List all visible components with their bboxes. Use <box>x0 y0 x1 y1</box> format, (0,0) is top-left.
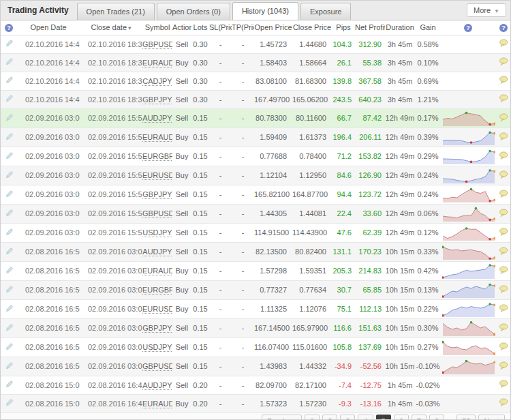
pagination-page-1[interactable]: 1 <box>305 415 320 420</box>
edit-pencil-icon[interactable] <box>5 304 14 314</box>
symbol-link[interactable]: GBPJPY <box>142 190 172 198</box>
pagination-page-2[interactable]: 2 <box>322 415 337 420</box>
note-icon[interactable] <box>499 39 508 49</box>
header-duration[interactable]: Duration <box>385 20 415 35</box>
help-icon[interactable]: ? <box>464 24 472 32</box>
sparkline-cell[interactable] <box>441 147 495 166</box>
help-icon[interactable]: ? <box>5 24 13 32</box>
sparkline-cell[interactable] <box>441 53 495 72</box>
edit-pencil-icon[interactable] <box>5 285 14 295</box>
symbol-link[interactable]: GBPJPY <box>142 95 172 104</box>
note-icon[interactable] <box>499 398 508 408</box>
tab-exposure[interactable]: Exposure <box>300 3 351 20</box>
note-icon[interactable] <box>499 266 508 276</box>
symbol-link[interactable]: EURAUD <box>142 400 172 408</box>
symbol-link[interactable]: EURUSD <box>142 305 172 313</box>
note-icon[interactable] <box>499 285 508 295</box>
help-icon[interactable]: ? <box>499 24 508 32</box>
header-chart-help[interactable]: ? <box>441 20 495 35</box>
note-icon[interactable] <box>499 57 508 68</box>
symbol-link[interactable]: EURGBP <box>142 286 172 294</box>
sparkline-cell[interactable] <box>441 318 495 338</box>
header-open-price[interactable]: Open Price <box>254 20 292 35</box>
sparkline-cell[interactable] <box>441 90 495 108</box>
header-net-profit[interactable]: Net Profit <box>355 20 385 35</box>
note-icon[interactable] <box>499 380 508 390</box>
more-button[interactable]: More▼ <box>467 3 506 17</box>
edit-pencil-icon[interactable] <box>5 380 14 390</box>
symbol-link[interactable]: EURAUD <box>142 59 172 67</box>
header-note-help[interactable]: ? <box>495 20 511 35</box>
note-icon[interactable] <box>499 132 508 142</box>
edit-pencil-icon[interactable] <box>5 228 14 238</box>
note-icon[interactable] <box>499 209 508 219</box>
note-icon[interactable] <box>499 151 508 162</box>
sparkline-cell[interactable] <box>441 108 495 127</box>
symbol-link[interactable]: AUDJPY <box>142 247 172 256</box>
edit-pencil-icon[interactable] <box>5 398 14 408</box>
edit-pencil-icon[interactable] <box>5 266 14 276</box>
sparkline-cell[interactable] <box>441 166 495 185</box>
sparkline-cell[interactable] <box>441 261 495 280</box>
sparkline-cell[interactable] <box>441 299 495 318</box>
edit-pencil-icon[interactable] <box>5 170 14 181</box>
symbol-link[interactable]: EURAUD <box>142 133 172 141</box>
note-icon[interactable] <box>499 76 508 86</box>
tab-history[interactable]: History (1043) <box>232 2 298 20</box>
header-gain[interactable]: Gain <box>415 20 441 35</box>
note-icon[interactable] <box>499 342 508 352</box>
note-icon[interactable] <box>499 170 508 181</box>
symbol-link[interactable]: GBPJPY <box>142 324 172 332</box>
edit-pencil-icon[interactable] <box>5 76 14 86</box>
sparkline-cell[interactable] <box>441 35 495 53</box>
pagination-page-6[interactable]: 6 <box>394 415 409 420</box>
symbol-link[interactable]: GBPUSD <box>142 362 172 370</box>
pagination-next[interactable]: Next <box>478 415 505 420</box>
note-icon[interactable] <box>499 304 508 314</box>
header-close-date[interactable]: Close date▾ <box>80 20 142 35</box>
pagination-page-5[interactable]: 5 <box>376 415 391 420</box>
symbol-link[interactable]: GBPUSD <box>142 209 172 217</box>
edit-pencil-icon[interactable] <box>5 57 14 68</box>
pagination-page-8[interactable]: 8 <box>429 415 444 420</box>
sparkline-cell[interactable] <box>441 185 495 204</box>
tab-open-trades[interactable]: Open Trades (21) <box>77 3 155 20</box>
edit-pencil-icon[interactable] <box>5 361 14 372</box>
sparkline-cell[interactable] <box>441 127 495 147</box>
symbol-link[interactable]: EURGBP <box>142 152 172 160</box>
edit-pencil-icon[interactable] <box>5 190 14 200</box>
symbol-link[interactable]: EURAUD <box>142 267 172 275</box>
symbol-link[interactable]: CADJPY <box>142 77 172 85</box>
header-help[interactable]: ? <box>1 20 17 35</box>
edit-pencil-icon[interactable] <box>5 39 14 49</box>
symbol-link[interactable]: AUDJPY <box>142 114 172 122</box>
header-sl-price[interactable]: SL(Price) <box>209 20 232 35</box>
header-pips[interactable]: Pips <box>332 20 355 35</box>
sparkline-cell[interactable] <box>441 204 495 223</box>
symbol-link[interactable]: EURUSD <box>142 171 172 179</box>
header-close-price[interactable]: Close Price <box>292 20 332 35</box>
sparkline-cell[interactable] <box>441 280 495 299</box>
note-icon[interactable] <box>499 323 508 333</box>
edit-pencil-icon[interactable] <box>5 323 14 333</box>
pagination-previous[interactable]: Previous <box>262 415 302 420</box>
pagination-page-3[interactable]: 3 <box>340 415 355 420</box>
sparkline-cell[interactable] <box>441 357 495 376</box>
edit-pencil-icon[interactable] <box>5 151 14 162</box>
symbol-link[interactable]: GBPUSD <box>142 40 172 48</box>
header-open-date[interactable]: Open Date <box>17 20 80 35</box>
edit-pencil-icon[interactable] <box>5 342 14 352</box>
pagination-page-4[interactable]: 4 <box>358 415 373 420</box>
edit-pencil-icon[interactable] <box>5 209 14 219</box>
symbol-link[interactable]: USDJPY <box>142 228 172 237</box>
edit-pencil-icon[interactable] <box>5 94 14 104</box>
note-icon[interactable] <box>499 113 508 123</box>
edit-pencil-icon[interactable] <box>5 113 14 123</box>
header-action[interactable]: Action <box>172 20 191 35</box>
header-symbol[interactable]: Symbol <box>142 20 172 35</box>
symbol-link[interactable]: USDJPY <box>142 343 172 351</box>
sparkline-cell[interactable] <box>441 338 495 357</box>
pagination-page-53[interactable]: 53 <box>456 415 476 420</box>
note-icon[interactable] <box>499 361 508 372</box>
header-tp-price[interactable]: TP(Price) <box>232 20 254 35</box>
